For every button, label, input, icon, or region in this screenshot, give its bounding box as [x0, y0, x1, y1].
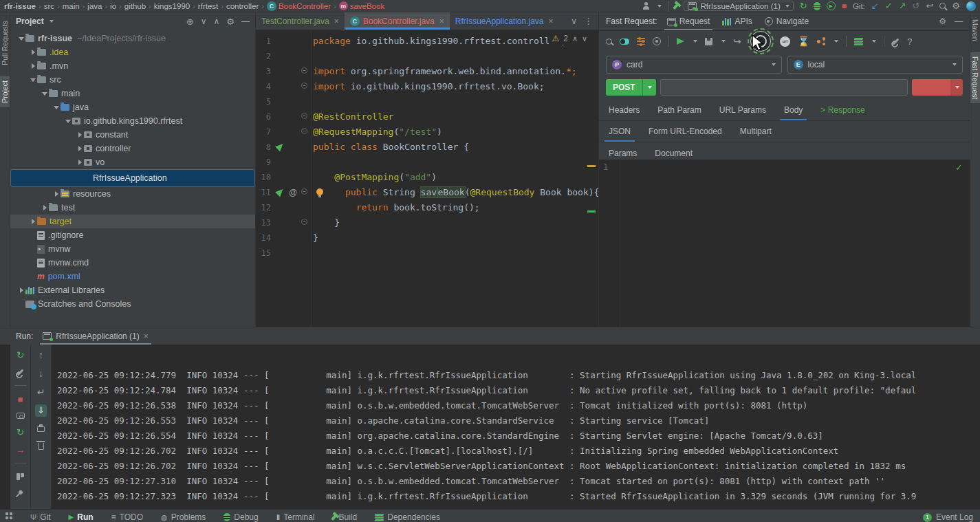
code-line[interactable]: 10 @PostMapping("add") [256, 170, 598, 185]
print-icon[interactable] [37, 426, 45, 432]
chevron-down-icon[interactable] [834, 40, 838, 43]
code-line[interactable]: 4−import io.github.kings1990.rfrtest.vo.… [256, 79, 598, 94]
git-push-icon[interactable]: ↗ [899, 1, 906, 10]
tree-item-pom-xml[interactable]: mpom.xml [10, 270, 255, 283]
tree-item-mvnw-cmd[interactable]: mvnw.cmd [10, 256, 255, 270]
tree-item-test[interactable]: test [10, 201, 255, 215]
up-stack-trace-icon[interactable]: ↑ [39, 350, 43, 360]
coverage-button[interactable]: ▶ [827, 1, 836, 10]
fold-icon[interactable]: − [301, 83, 307, 89]
tree-chevron-icon[interactable] [41, 89, 49, 98]
statusbar-item-debug[interactable]: Debug [224, 512, 258, 522]
statusbar-item-problems[interactable]: ◍Problems [161, 512, 206, 522]
fold-icon[interactable]: − [301, 67, 307, 74]
tree-chevron-icon[interactable] [52, 103, 61, 111]
chevron-down-icon[interactable]: ∨ [571, 17, 577, 25]
inspections-widget[interactable]: ⚠2∧∨ [549, 32, 590, 45]
project-select[interactable]: P card [606, 56, 782, 74]
breadcrumb-item[interactable]: io [110, 2, 116, 10]
run-settings-icon[interactable] [17, 369, 24, 376]
toolwindow-tab-fast-request[interactable]: Fast Request [970, 52, 980, 103]
run-tab[interactable]: RfrIssueApplication (1) × [40, 327, 151, 345]
tree-item-main[interactable]: main [10, 87, 255, 100]
scroll-to-end-icon[interactable]: ⇓ [35, 404, 47, 417]
tree-chevron-icon[interactable] [76, 144, 84, 153]
tree-item-rfr-issue[interactable]: rfr-issue~/IdeaProjects/rfr-issue [10, 32, 255, 45]
tab-body[interactable]: Body [784, 100, 803, 120]
editor-tab-bookcontroller.java[interactable]: CBookController.java× [345, 12, 450, 30]
statusbar-item-git[interactable]: ΨGit [30, 512, 51, 522]
down-stack-trace-icon[interactable]: ↓ [39, 369, 43, 378]
close-icon[interactable]: × [439, 17, 444, 26]
tree-item-resources[interactable]: resources [10, 187, 255, 201]
hourglass-icon[interactable]: ⌛ [798, 36, 809, 46]
fold-icon[interactable]: − [301, 128, 307, 134]
tree-chevron-icon[interactable] [17, 286, 25, 294]
statusbar-item-todo[interactable]: ≡TODO [111, 512, 143, 522]
send-request-icon[interactable] [677, 38, 684, 45]
tree-item--mvn[interactable]: .mvn [10, 59, 255, 73]
code-line[interactable]: 5 [256, 94, 598, 109]
tree-item-mvnw[interactable]: mvnw [10, 242, 255, 256]
tree-chevron-icon[interactable] [29, 62, 37, 70]
tab-form-url-encoded[interactable]: Form URL-Encoded [649, 121, 722, 142]
git-branch-icon[interactable]: Ψ [30, 514, 36, 521]
code-line[interactable]: 1package io.github.kings1990.rfrtest.con… [256, 34, 598, 49]
tree-item-external-libraries[interactable]: External Libraries [10, 283, 255, 297]
close-icon[interactable]: × [549, 17, 554, 26]
coverage-restart-icon[interactable]: ↻ [17, 428, 24, 437]
tab-url-params[interactable]: URL Params [719, 100, 766, 120]
tree-item-controller[interactable]: controller [10, 142, 255, 155]
http-method-dropdown[interactable] [642, 79, 656, 96]
tree-chevron-icon[interactable] [64, 117, 72, 125]
build-hammer-icon[interactable] [673, 2, 679, 9]
filter-icon[interactable] [637, 38, 645, 45]
git-commit-icon[interactable]: ✓ [885, 1, 893, 10]
editor-tab-rfrissueapplication.java[interactable]: CRfrIssueApplication.java× [450, 12, 559, 30]
tree-chevron-icon[interactable] [52, 190, 61, 198]
code-line[interactable]: 8public class BookController { [256, 140, 598, 155]
locate-icon[interactable]: ⊕ [186, 17, 194, 26]
code-line[interactable]: 3−import org.springframework.web.bind.an… [256, 64, 598, 79]
toggle-icon[interactable] [620, 39, 629, 45]
chevron-down-icon[interactable] [872, 40, 876, 43]
statusbar-item-run[interactable]: ▶Run [69, 512, 94, 522]
soft-wrap-icon[interactable]: ↵ [37, 387, 45, 397]
wrench-icon[interactable] [893, 38, 900, 45]
tree-item-src[interactable]: src [10, 73, 255, 87]
api-rocket-icon[interactable] [275, 187, 285, 197]
minimize-icon[interactable]: — [241, 17, 250, 25]
tree-chevron-icon[interactable] [41, 204, 49, 212]
pin-icon[interactable] [17, 490, 23, 495]
help-icon[interactable]: ? [907, 37, 912, 46]
tab-path-param[interactable]: Path Param [657, 100, 701, 120]
tree-item--idea[interactable]: .idea [10, 45, 255, 59]
search-icon[interactable] [939, 3, 946, 9]
search-icon[interactable] [606, 39, 612, 45]
fold-icon[interactable]: − [301, 188, 307, 195]
minimize-icon[interactable]: — [955, 17, 963, 25]
close-icon[interactable]: × [334, 17, 339, 26]
tree-item-vo[interactable]: vo [10, 155, 255, 169]
tab-multipart[interactable]: Multipart [740, 121, 772, 142]
next-warning-icon[interactable]: ∨ [582, 35, 587, 43]
tree-chevron-icon[interactable] [29, 48, 37, 56]
stop-button[interactable]: ■ [842, 2, 847, 10]
breadcrumb-item[interactable]: CBookController [267, 1, 331, 11]
close-icon[interactable]: × [144, 331, 149, 341]
breadcrumb-item[interactable]: kings1990 [154, 2, 190, 10]
toolwindow-tab-maven[interactable]: Maven [970, 15, 980, 45]
chevron-down-icon[interactable] [693, 40, 697, 43]
statusbar-item-terminal[interactable]: ▮Terminal [276, 512, 315, 522]
gear-icon[interactable]: ⚙ [939, 17, 946, 25]
perspective-grid-icon[interactable] [6, 512, 12, 519]
detach-icon[interactable]: → [16, 446, 25, 455]
breadcrumb-item[interactable]: java [87, 2, 102, 10]
environment-layers-icon[interactable] [854, 38, 863, 45]
code-editor[interactable]: 1package io.github.kings1990.rfrtest.con… [256, 30, 598, 327]
tree-item-constant[interactable]: constant [10, 128, 255, 142]
history-icon[interactable]: ↺ [913, 1, 920, 10]
tree-item-java[interactable]: java [10, 100, 255, 114]
rollback-icon[interactable]: ↩ [926, 1, 933, 10]
gear-icon[interactable]: ⚙ [226, 17, 235, 26]
